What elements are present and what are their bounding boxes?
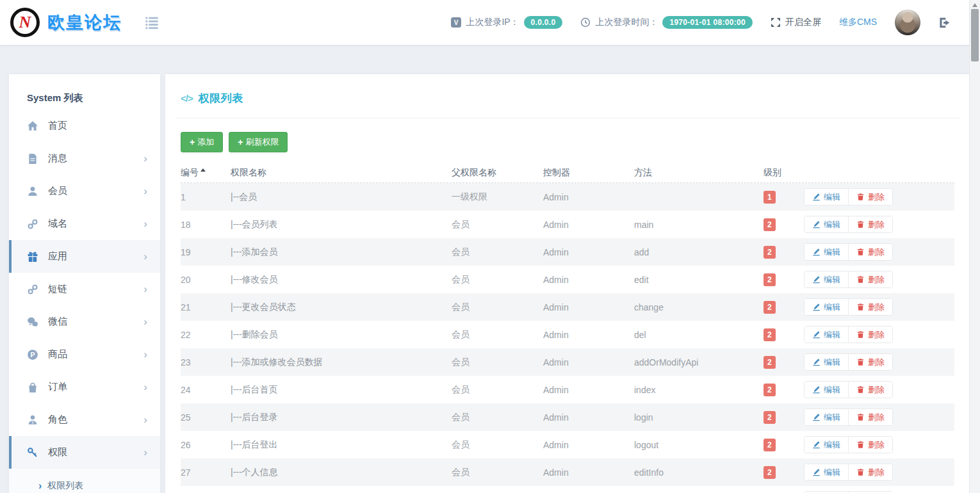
cell-controller: Admin <box>543 412 634 423</box>
sidebar-toggle-list-icon[interactable] <box>145 15 159 29</box>
sidebar-item-members[interactable]: 会员 › <box>9 175 160 207</box>
last-login-time-value: 1970-01-01 08:00:00 <box>662 16 752 29</box>
sidebar-item-roles[interactable]: 角色 › <box>9 403 160 436</box>
row-action-group: 编辑 删除 <box>804 298 893 316</box>
cell-actions: 编辑 删除 <box>804 326 954 343</box>
fullscreen-toggle[interactable]: 开启全屏 <box>771 17 821 28</box>
apps-icon <box>27 251 38 263</box>
header-id[interactable]: 编号 <box>181 167 231 179</box>
row-action-group: 编辑 删除 <box>804 436 893 453</box>
sidebar-item-permissions[interactable]: 权限 › <box>9 436 160 469</box>
cell-method: edit <box>634 275 764 285</box>
products-icon <box>27 349 38 360</box>
sidebar-item-home[interactable]: 首页 › <box>9 109 160 142</box>
delete-button[interactable]: 删除 <box>849 244 892 260</box>
delete-button[interactable]: 删除 <box>849 409 892 425</box>
cell-controller: Admin <box>543 220 634 230</box>
sidebar-item-label: 会员 <box>48 185 67 197</box>
sidebar-item-apps[interactable]: 应用 › <box>9 240 160 273</box>
table-row: 23 |---添加或修改会员数据 会员 Admin addOrModifyApi… <box>181 348 954 376</box>
cell-method: logout <box>634 440 764 450</box>
cell-actions: 编辑 删除 <box>804 298 954 316</box>
page-scrollbar[interactable] <box>969 0 980 493</box>
delete-button[interactable]: 删除 <box>849 382 892 398</box>
scrollbar-thumb[interactable] <box>971 9 979 61</box>
user-avatar[interactable] <box>895 10 920 35</box>
edit-button[interactable]: 编辑 <box>804 437 849 453</box>
edit-button[interactable]: 编辑 <box>804 299 849 315</box>
level-badge: 2 <box>764 301 776 314</box>
sidebar-item-message[interactable]: 消息 › <box>9 142 160 175</box>
refresh-permissions-button[interactable]: + 刷新权限 <box>229 132 288 152</box>
cell-parent-name: 一级权限 <box>452 191 543 203</box>
edit-button[interactable]: 编辑 <box>804 327 849 343</box>
edit-button[interactable]: 编辑 <box>804 382 849 398</box>
chevron-right-icon: › <box>143 284 147 295</box>
cell-actions: 编辑 删除 <box>804 188 954 206</box>
edit-button[interactable]: 编辑 <box>804 409 849 425</box>
table-row: 28 |---重置SECRET 会员 Admin secretReset 2 编… <box>181 486 954 493</box>
level-badge: 2 <box>764 384 776 396</box>
cell-permission-name: |---会员列表 <box>231 219 452 230</box>
delete-button[interactable]: 删除 <box>849 271 892 287</box>
scrollbar-up-arrow-icon[interactable] <box>972 3 977 7</box>
cell-id: 21 <box>181 302 231 312</box>
edit-pencil-icon <box>812 413 821 421</box>
header-parent: 父权限名称 <box>452 167 543 179</box>
sidebar-item-domain[interactable]: 域名 › <box>9 207 160 240</box>
cell-permission-name: |--会员 <box>231 191 452 203</box>
cell-controller: Admin <box>543 275 634 285</box>
sidebar-item-orders[interactable]: 订单 › <box>9 371 160 403</box>
sidebar-item-label: 消息 <box>48 152 67 165</box>
page-title-bar: </> 权限列表 <box>176 74 960 118</box>
level-badge: 2 <box>764 328 776 341</box>
sidebar-submenu: › 权限列表 <box>9 469 160 493</box>
members-icon <box>27 186 38 197</box>
edit-button[interactable]: 编辑 <box>804 354 849 370</box>
delete-button[interactable]: 删除 <box>849 327 892 343</box>
cms-user-link[interactable]: 维多CMS <box>839 17 877 28</box>
edit-button[interactable]: 编辑 <box>804 189 849 205</box>
table-row: 24 |---后台首页 会员 Admin index 2 编辑 删除 <box>181 376 954 403</box>
last-login-time: 上次登录时间： 1970-01-01 08:00:00 <box>580 16 752 29</box>
toolbar: + 添加 + 刷新权限 <box>181 132 954 152</box>
edit-button[interactable]: 编辑 <box>804 464 849 480</box>
delete-button[interactable]: 删除 <box>849 299 892 315</box>
logo[interactable]: N 欧皇论坛 <box>10 8 122 37</box>
table-row: 26 |---后台登出 会员 Admin logout 2 编辑 删除 <box>181 431 954 458</box>
trash-icon <box>856 248 865 256</box>
cell-level: 2 <box>764 328 804 341</box>
sidebar-item-shortlink[interactable]: 短链 › <box>9 273 160 305</box>
edit-button[interactable]: 编辑 <box>804 216 849 232</box>
code-icon: </> <box>181 93 193 104</box>
page-title: 权限列表 <box>199 91 243 106</box>
logout-icon[interactable] <box>938 17 951 29</box>
sidebar-item-label: 商品 <box>48 348 67 360</box>
cell-method: login <box>634 412 764 423</box>
edit-button[interactable]: 编辑 <box>804 244 849 260</box>
sidebar-item-wechat[interactable]: 微信 › <box>9 305 160 338</box>
header-controller: 控制器 <box>543 167 634 179</box>
cell-id: 19 <box>181 247 231 257</box>
add-button[interactable]: + 添加 <box>181 132 223 152</box>
table-row: 21 |---更改会员状态 会员 Admin change 2 编辑 删除 <box>181 293 954 321</box>
edit-button[interactable]: 编辑 <box>804 271 849 287</box>
trash-icon <box>856 330 865 339</box>
cell-method: main <box>634 220 764 230</box>
table-row: 18 |---会员列表 会员 Admin main 2 编辑 删除 <box>181 211 954 238</box>
trash-icon <box>856 358 865 366</box>
table-row: 1 |--会员 一级权限 Admin 1 编辑 删除 <box>181 183 954 211</box>
delete-button[interactable]: 删除 <box>849 437 892 453</box>
cell-id: 26 <box>181 440 231 450</box>
delete-button[interactable]: 删除 <box>849 354 892 370</box>
cell-id: 20 <box>181 275 231 285</box>
last-login-ip: 上次登录IP： 0.0.0.0 <box>451 16 562 29</box>
delete-button[interactable]: 删除 <box>849 189 892 205</box>
sidebar-item-permission-list[interactable]: › 权限列表 <box>9 473 160 493</box>
delete-button[interactable]: 删除 <box>849 216 892 232</box>
delete-button[interactable]: 删除 <box>849 464 892 480</box>
cell-id: 22 <box>181 330 231 340</box>
cell-controller: Admin <box>543 302 634 312</box>
sidebar-item-products[interactable]: 商品 › <box>9 338 160 371</box>
v-badge-icon <box>451 17 461 28</box>
